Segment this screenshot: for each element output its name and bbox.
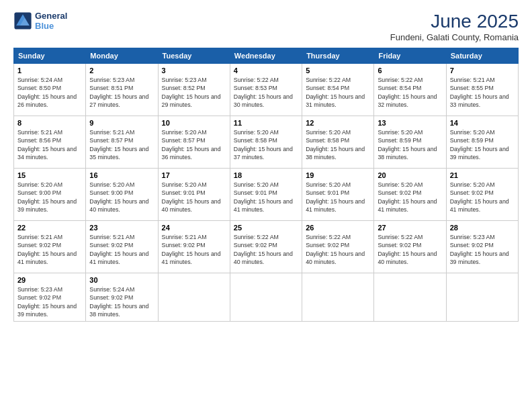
table-row: 18Sunrise: 5:20 AMSunset: 9:01 PMDayligh… (230, 169, 302, 221)
cell-info: Sunrise: 5:22 AMSunset: 9:02 PMDaylight:… (378, 233, 442, 266)
table-row: 8Sunrise: 5:21 AMSunset: 8:56 PMDaylight… (14, 116, 86, 169)
table-row: 26Sunrise: 5:22 AMSunset: 9:02 PMDayligh… (302, 221, 374, 273)
table-row: 19Sunrise: 5:20 AMSunset: 9:01 PMDayligh… (302, 169, 374, 221)
col-header-thursday: Thursday (302, 48, 374, 64)
day-number: 6 (378, 66, 442, 75)
table-row: 12Sunrise: 5:20 AMSunset: 8:58 PMDayligh… (302, 116, 374, 169)
cell-info: Sunrise: 5:20 AMSunset: 8:58 PMDaylight:… (234, 128, 298, 161)
cell-info: Sunrise: 5:21 AMSunset: 8:57 PMDaylight:… (89, 128, 154, 161)
logo-icon (13, 11, 32, 30)
cell-info: Sunrise: 5:21 AMSunset: 9:02 PMDaylight:… (162, 233, 226, 266)
day-number: 14 (450, 119, 515, 127)
table-row: 21Sunrise: 5:20 AMSunset: 9:02 PMDayligh… (446, 169, 518, 221)
day-number: 20 (378, 171, 442, 179)
table-row: 9Sunrise: 5:21 AMSunset: 8:57 PMDaylight… (86, 116, 158, 169)
table-row: 4Sunrise: 5:22 AMSunset: 8:53 PMDaylight… (230, 64, 302, 116)
cell-info: Sunrise: 5:20 AMSunset: 9:00 PMDaylight:… (17, 181, 82, 214)
day-number: 24 (162, 224, 226, 232)
table-row: 30Sunrise: 5:24 AMSunset: 9:02 PMDayligh… (86, 273, 158, 322)
cell-info: Sunrise: 5:20 AMSunset: 8:59 PMDaylight:… (378, 128, 442, 161)
day-number: 25 (234, 224, 298, 232)
table-row (302, 273, 374, 322)
calendar-week-row: 8Sunrise: 5:21 AMSunset: 8:56 PMDaylight… (14, 116, 519, 169)
day-number: 9 (89, 119, 154, 127)
cell-info: Sunrise: 5:22 AMSunset: 8:53 PMDaylight:… (234, 76, 298, 109)
cell-info: Sunrise: 5:20 AMSunset: 9:00 PMDaylight:… (89, 181, 154, 214)
col-header-saturday: Saturday (446, 48, 518, 64)
day-number: 5 (306, 66, 370, 75)
cell-info: Sunrise: 5:21 AMSunset: 8:56 PMDaylight:… (17, 128, 82, 161)
table-row: 25Sunrise: 5:22 AMSunset: 9:02 PMDayligh… (230, 221, 302, 273)
table-row: 2Sunrise: 5:23 AMSunset: 8:51 PMDaylight… (86, 64, 158, 116)
day-number: 13 (378, 119, 442, 127)
table-row: 6Sunrise: 5:22 AMSunset: 8:54 PMDaylight… (374, 64, 446, 116)
day-number: 30 (89, 276, 154, 284)
table-row: 27Sunrise: 5:22 AMSunset: 9:02 PMDayligh… (374, 221, 446, 273)
table-row (230, 273, 302, 322)
table-row: 5Sunrise: 5:22 AMSunset: 8:54 PMDaylight… (302, 64, 374, 116)
day-number: 16 (89, 171, 154, 179)
cell-info: Sunrise: 5:20 AMSunset: 9:02 PMDaylight:… (450, 181, 515, 214)
col-header-monday: Monday (86, 48, 158, 64)
cell-info: Sunrise: 5:21 AMSunset: 8:55 PMDaylight:… (450, 76, 515, 109)
cell-info: Sunrise: 5:23 AMSunset: 9:02 PMDaylight:… (17, 285, 82, 318)
cell-info: Sunrise: 5:20 AMSunset: 9:01 PMDaylight:… (234, 181, 298, 214)
day-number: 17 (162, 171, 226, 179)
cell-info: Sunrise: 5:20 AMSunset: 8:59 PMDaylight:… (450, 128, 515, 161)
day-number: 21 (450, 171, 515, 179)
cell-info: Sunrise: 5:22 AMSunset: 8:54 PMDaylight:… (378, 76, 442, 109)
cell-info: Sunrise: 5:21 AMSunset: 9:02 PMDaylight:… (17, 233, 82, 266)
table-row: 15Sunrise: 5:20 AMSunset: 9:00 PMDayligh… (14, 169, 86, 221)
day-number: 28 (450, 224, 515, 232)
day-number: 1 (17, 66, 82, 75)
day-number: 15 (17, 171, 82, 179)
calendar-week-row: 1Sunrise: 5:24 AMSunset: 8:50 PMDaylight… (14, 64, 519, 116)
cell-info: Sunrise: 5:23 AMSunset: 8:51 PMDaylight:… (89, 76, 154, 109)
cell-info: Sunrise: 5:20 AMSunset: 9:01 PMDaylight:… (162, 181, 226, 214)
day-number: 10 (162, 119, 226, 127)
table-row: 17Sunrise: 5:20 AMSunset: 9:01 PMDayligh… (158, 169, 230, 221)
table-row: 16Sunrise: 5:20 AMSunset: 9:00 PMDayligh… (86, 169, 158, 221)
calendar-week-row: 15Sunrise: 5:20 AMSunset: 9:00 PMDayligh… (14, 169, 519, 221)
table-row: 29Sunrise: 5:23 AMSunset: 9:02 PMDayligh… (14, 273, 86, 322)
cell-info: Sunrise: 5:20 AMSunset: 9:01 PMDaylight:… (306, 181, 370, 214)
day-number: 3 (162, 66, 226, 75)
col-header-sunday: Sunday (14, 48, 86, 64)
calendar-page: General Blue June 2025 Fundeni, Galati C… (0, 0, 532, 411)
cell-info: Sunrise: 5:20 AMSunset: 8:57 PMDaylight:… (162, 128, 226, 161)
header: General Blue June 2025 Fundeni, Galati C… (13, 11, 519, 42)
cell-info: Sunrise: 5:22 AMSunset: 9:02 PMDaylight:… (306, 233, 370, 266)
table-row: 24Sunrise: 5:21 AMSunset: 9:02 PMDayligh… (158, 221, 230, 273)
day-number: 22 (17, 224, 82, 232)
table-row: 3Sunrise: 5:23 AMSunset: 8:52 PMDaylight… (158, 64, 230, 116)
calendar-week-row: 29Sunrise: 5:23 AMSunset: 9:02 PMDayligh… (14, 273, 519, 322)
logo-text: General Blue (35, 11, 67, 31)
table-row: 28Sunrise: 5:23 AMSunset: 9:02 PMDayligh… (446, 221, 518, 273)
cell-info: Sunrise: 5:20 AMSunset: 8:58 PMDaylight:… (306, 128, 370, 161)
title-area: June 2025 Fundeni, Galati County, Romani… (390, 11, 519, 42)
table-row: 14Sunrise: 5:20 AMSunset: 8:59 PMDayligh… (446, 116, 518, 169)
day-number: 26 (306, 224, 370, 232)
col-header-tuesday: Tuesday (158, 48, 230, 64)
table-row: 22Sunrise: 5:21 AMSunset: 9:02 PMDayligh… (14, 221, 86, 273)
day-number: 27 (378, 224, 442, 232)
col-header-wednesday: Wednesday (230, 48, 302, 64)
day-number: 8 (17, 119, 82, 127)
cell-info: Sunrise: 5:24 AMSunset: 9:02 PMDaylight:… (89, 285, 154, 318)
cell-info: Sunrise: 5:24 AMSunset: 8:50 PMDaylight:… (17, 76, 82, 109)
day-number: 7 (450, 66, 515, 75)
table-row: 23Sunrise: 5:21 AMSunset: 9:02 PMDayligh… (86, 221, 158, 273)
day-number: 2 (89, 66, 154, 75)
day-number: 4 (234, 66, 298, 75)
cell-info: Sunrise: 5:22 AMSunset: 8:54 PMDaylight:… (306, 76, 370, 109)
table-row (158, 273, 230, 322)
logo: General Blue (13, 11, 67, 31)
month-title: June 2025 (390, 11, 519, 32)
table-row (446, 273, 518, 322)
cell-info: Sunrise: 5:23 AMSunset: 9:02 PMDaylight:… (450, 233, 515, 266)
day-number: 19 (306, 171, 370, 179)
day-number: 18 (234, 171, 298, 179)
day-number: 23 (89, 224, 154, 232)
cell-info: Sunrise: 5:21 AMSunset: 9:02 PMDaylight:… (89, 233, 154, 266)
calendar-week-row: 22Sunrise: 5:21 AMSunset: 9:02 PMDayligh… (14, 221, 519, 273)
